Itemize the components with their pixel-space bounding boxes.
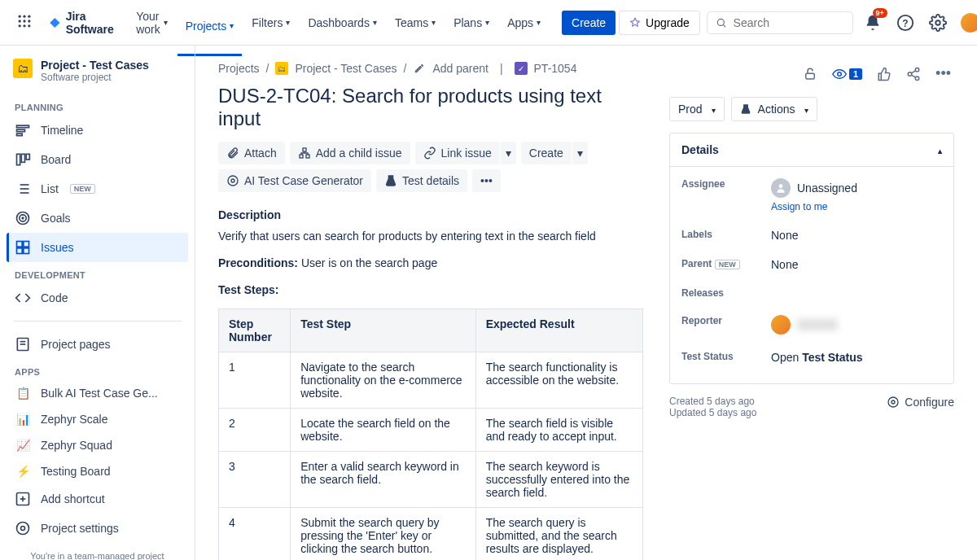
project-subtitle: Software project — [41, 72, 149, 83]
breadcrumb-projects[interactable]: Projects — [218, 62, 260, 75]
nav-your-work[interactable]: Your work ▾ — [128, 3, 176, 42]
search-input[interactable] — [734, 16, 844, 29]
sidebar-project-settings[interactable]: Project settings — [7, 514, 188, 543]
breadcrumb-issue-key[interactable]: PT-1054 — [534, 62, 577, 75]
sidebar-app-1[interactable]: 📊Zephyr Scale — [7, 406, 188, 432]
issue-type-icon: ✓ — [515, 62, 528, 75]
svg-rect-32 — [24, 248, 29, 254]
table-header: Expected Result — [475, 309, 642, 352]
project-icon-small: 🗂 — [275, 62, 288, 75]
planning-section-title: PLANNING — [7, 94, 188, 116]
table-row: 4Submit the search query by pressing the… — [219, 508, 643, 561]
table-header: Step Number — [219, 309, 291, 352]
description-heading: Description — [218, 208, 643, 221]
svg-point-44 — [228, 176, 238, 186]
breadcrumb-project[interactable]: Project - Test Cases — [295, 62, 396, 75]
sidebar-app-0[interactable]: 📋Bulk AI Test Case Ge... — [7, 380, 188, 406]
svg-rect-31 — [17, 248, 23, 254]
svg-point-49 — [908, 72, 912, 76]
like-button[interactable] — [874, 63, 895, 85]
add-child-button[interactable]: Add a child issue — [290, 142, 410, 164]
status-dropdown[interactable]: Prod — [669, 97, 725, 121]
lock-icon[interactable] — [800, 63, 821, 85]
app-switcher[interactable] — [10, 7, 39, 38]
upgrade-label: Upgrade — [646, 16, 690, 29]
create-button[interactable]: Create — [562, 11, 616, 35]
svg-rect-16 — [17, 133, 23, 136]
details-toggle[interactable]: Details — [670, 133, 953, 167]
svg-rect-46 — [806, 73, 815, 79]
table-row: 1Navigate to the search functionality on… — [219, 352, 643, 409]
reporter-value[interactable] — [771, 315, 942, 335]
description-text[interactable]: Verify that users can search for product… — [218, 228, 643, 245]
jira-logo[interactable]: Jira Software — [42, 10, 125, 36]
svg-point-28 — [22, 217, 24, 219]
labels-label: Labels — [681, 229, 771, 240]
link-issue-dropdown[interactable]: ▾ — [501, 142, 516, 164]
more-actions-button[interactable]: ••• — [932, 62, 954, 85]
svg-rect-43 — [306, 155, 309, 158]
test-steps-heading: Test Steps: — [218, 283, 278, 296]
assign-to-me-link[interactable]: Assign to me — [771, 201, 827, 212]
notifications-icon[interactable]: 9+ — [860, 10, 886, 36]
assignee-label: Assignee — [681, 178, 771, 190]
sidebar-item-issues[interactable]: Issues — [7, 233, 188, 262]
releases-label: Releases — [681, 287, 771, 299]
svg-rect-29 — [17, 242, 23, 247]
configure-button[interactable]: Configure — [887, 396, 954, 409]
sidebar-item-timeline[interactable]: Timeline — [7, 116, 188, 145]
nav-filters[interactable]: Filters ▾ — [243, 3, 298, 42]
svg-point-39 — [21, 527, 25, 531]
svg-rect-14 — [17, 125, 29, 128]
table-row: 2Locate the search field on the website.… — [219, 409, 643, 452]
sidebar-item-board[interactable]: Board — [7, 145, 188, 174]
share-button[interactable] — [903, 63, 924, 85]
svg-point-0 — [19, 15, 21, 18]
toolbar-create-dropdown[interactable]: ▾ — [572, 142, 588, 164]
sidebar-item-goals[interactable]: Goals — [7, 203, 188, 233]
issue-title[interactable]: DUS-2-TC04: Search for products using te… — [218, 85, 643, 130]
search-box[interactable] — [707, 11, 853, 34]
svg-point-45 — [231, 179, 234, 182]
toolbar-more-button[interactable]: ••• — [472, 169, 501, 192]
sidebar-item-list[interactable]: ListNEW — [7, 174, 188, 203]
parent-value[interactable]: None — [771, 258, 942, 271]
assignee-value[interactable]: Unassigned — [797, 182, 857, 195]
upgrade-button[interactable]: Upgrade — [619, 11, 700, 35]
sidebar-app-3[interactable]: ⚡Testing Board — [7, 458, 188, 484]
svg-point-2 — [28, 15, 30, 18]
svg-point-53 — [779, 184, 783, 188]
sidebar-app-2[interactable]: 📈Zephyr Squad — [7, 432, 188, 458]
test-details-button[interactable]: Test details — [376, 169, 467, 192]
profile-avatar[interactable] — [957, 10, 977, 36]
svg-line-10 — [723, 24, 725, 27]
nav-dashboards[interactable]: Dashboards ▾ — [300, 3, 385, 42]
sidebar-project-pages[interactable]: Project pages — [7, 330, 188, 359]
help-icon[interactable]: ? — [892, 10, 918, 36]
svg-rect-18 — [21, 154, 24, 162]
reporter-avatar — [771, 315, 791, 335]
parent-label: Parent NEW — [681, 258, 771, 269]
toolbar-create-button[interactable]: Create — [521, 142, 572, 164]
link-issue-button[interactable]: Link issue — [415, 142, 500, 164]
attach-button[interactable]: Attach — [218, 142, 285, 164]
apps-section-title: APPS — [7, 359, 188, 380]
svg-line-51 — [911, 70, 915, 72]
nav-teams[interactable]: Teams ▾ — [387, 3, 444, 42]
svg-point-3 — [19, 20, 21, 22]
actions-dropdown[interactable]: Actions — [731, 97, 817, 121]
svg-rect-41 — [303, 148, 306, 151]
settings-icon[interactable] — [925, 10, 951, 36]
test-status-value[interactable]: Open Test Status — [771, 351, 942, 364]
svg-point-9 — [717, 19, 724, 25]
labels-value[interactable]: None — [771, 229, 942, 242]
breadcrumb-add-parent[interactable]: Add parent — [432, 62, 488, 75]
svg-point-7 — [23, 24, 25, 27]
test-steps-table: Step NumberTest StepExpected Result 1Nav… — [218, 308, 643, 560]
watch-button[interactable]: 1 — [829, 63, 865, 85]
nav-plans[interactable]: Plans ▾ — [445, 3, 497, 42]
nav-apps[interactable]: Apps ▾ — [499, 3, 549, 42]
sidebar-add-shortcut[interactable]: Add shortcut — [7, 484, 188, 514]
sidebar-item-code[interactable]: Code — [7, 283, 188, 313]
ai-generator-button[interactable]: AI Test Case Generator — [218, 169, 371, 192]
